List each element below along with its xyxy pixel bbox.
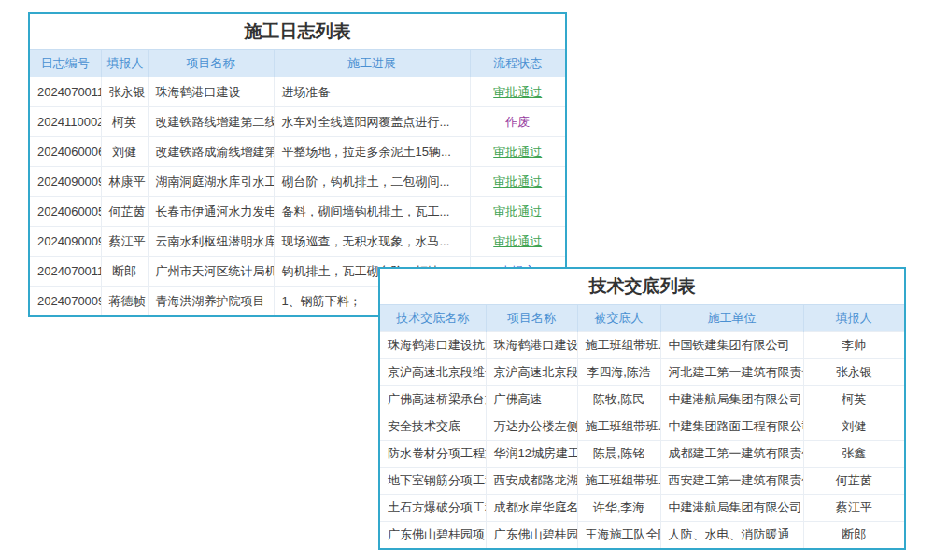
receiver-cell: 许华,李海: [577, 495, 660, 522]
reporter-cell[interactable]: 张永银: [803, 359, 904, 386]
unit-cell: 中建集团路面工程有限公司: [660, 413, 803, 441]
receiver-cell: 陈晨,陈铭: [577, 441, 660, 468]
column-header-disclosure-name: 技术交底名称: [380, 305, 486, 332]
reporter-cell[interactable]: 蒋德帧: [101, 287, 148, 316]
construction-log-title: 施工日志列表: [30, 14, 565, 49]
progress-cell: 现场巡查，无积水现象，水马...: [274, 227, 470, 257]
progress-cell: 砌台阶，钩机排土，二包砌间...: [274, 167, 470, 197]
unit-cell: 西安建工第一建筑有限责任公司: [660, 468, 803, 495]
table-row: 广东佛山碧桂园项目... 广东佛山碧桂园项目 王海施工队全队 人防、水电、消防暖…: [380, 522, 904, 549]
table-row: 广佛高速桥梁承台施... 广佛高速 陈牧,陈民 中建港航局集团有限公司 柯英: [380, 386, 904, 413]
tech-disclosure-title: 技术交底列表: [380, 269, 904, 304]
tech-disclosure-table: 技术交底名称 项目名称 被交底人 施工单位 填报人 珠海鹤港口建设抗浮... 珠…: [380, 304, 904, 548]
unit-cell: 中建港航局集团有限公司: [660, 386, 803, 413]
disclosure-name-cell[interactable]: 珠海鹤港口建设抗浮...: [380, 332, 486, 359]
column-header-reporter: 填报人: [803, 305, 904, 332]
reporter-cell[interactable]: 柯英: [803, 386, 904, 413]
project-cell[interactable]: 广东佛山碧桂园项目: [486, 522, 577, 549]
log-id-cell[interactable]: 2024090009: [30, 167, 101, 197]
status-cell: 审批通过: [470, 137, 565, 167]
column-header-status: 流程状态: [470, 50, 565, 77]
project-cell[interactable]: 西安成都路龙湖上...: [486, 468, 577, 495]
table-row: 2024060006 刘健 改建铁路成渝线增建第二... 平整场地，拉走多余泥土…: [30, 137, 565, 167]
reporter-cell[interactable]: 李帅: [803, 332, 904, 359]
receiver-cell: 王海施工队全队: [577, 522, 660, 549]
disclosure-name-cell[interactable]: 地下室钢筋分项工程...: [380, 468, 486, 495]
reporter-cell[interactable]: 何芷茵: [803, 468, 904, 495]
status-badge: 作废: [505, 115, 530, 129]
reporter-cell[interactable]: 张永银: [101, 77, 148, 107]
project-cell[interactable]: 珠海鹤港口建设: [148, 77, 274, 107]
table-row: 地下室钢筋分项工程... 西安成都路龙湖上... 施工班组带班... 西安建工第…: [380, 468, 904, 495]
project-cell[interactable]: 广州市天河区统计局机房...: [148, 257, 274, 287]
reporter-cell[interactable]: 林康平: [101, 167, 148, 197]
table-row: 京沪高速北京段维修... 京沪高速北京段维修 李四海,陈浩 河北建工第一建筑有限…: [380, 359, 904, 386]
status-badge[interactable]: 审批通过: [493, 145, 542, 159]
table-row: 2024090009 蔡江平 云南水利枢纽潜明水库一... 现场巡查，无积水现象…: [30, 227, 565, 257]
project-cell[interactable]: 珠海鹤港口建设: [486, 332, 577, 359]
project-cell[interactable]: 湖南洞庭湖水库引水工程...: [148, 167, 274, 197]
status-cell: 作废: [470, 107, 565, 137]
unit-cell: 人防、水电、消防暖通: [660, 522, 803, 549]
status-badge[interactable]: 审批通过: [493, 204, 542, 218]
table-header-row: 日志编号 填报人 项目名称 施工进展 流程状态: [30, 50, 565, 77]
status-cell: 审批通过: [470, 227, 565, 257]
disclosure-name-cell[interactable]: 广佛高速桥梁承台施...: [380, 386, 486, 413]
log-id-cell[interactable]: 2024060006: [30, 137, 101, 167]
table-row: 2024110002 柯英 改建铁路线增建第二线直... 水车对全线遮阳网覆盖点…: [30, 107, 565, 137]
column-header-reporter: 填报人: [101, 50, 148, 77]
project-cell[interactable]: 改建铁路成渝线增建第二...: [148, 137, 274, 167]
log-id-cell[interactable]: 2024090009: [30, 227, 101, 257]
log-id-cell[interactable]: 2024070011: [30, 77, 101, 107]
receiver-cell: 陈牧,陈民: [577, 386, 660, 413]
receiver-cell: 施工班组带班...: [577, 468, 660, 495]
log-id-cell[interactable]: 2024110002: [30, 107, 101, 137]
disclosure-name-cell[interactable]: 京沪高速北京段维修...: [380, 359, 486, 386]
disclosure-name-cell[interactable]: 土石方爆破分项工程...: [380, 495, 486, 522]
reporter-cell[interactable]: 刘健: [803, 413, 904, 441]
project-cell[interactable]: 华润12城房建工...: [486, 441, 577, 468]
project-cell[interactable]: 云南水利枢纽潜明水库一...: [148, 227, 274, 257]
status-badge[interactable]: 审批通过: [493, 85, 542, 99]
status-badge[interactable]: 审批通过: [493, 234, 542, 248]
log-id-cell[interactable]: 2024060005: [30, 197, 101, 227]
log-id-cell[interactable]: 2024070009: [30, 287, 101, 316]
disclosure-name-cell[interactable]: 防水卷材分项工程施...: [380, 441, 486, 468]
status-cell: 审批通过: [470, 197, 565, 227]
status-badge[interactable]: 审批通过: [493, 175, 542, 189]
reporter-cell[interactable]: 张鑫: [803, 441, 904, 468]
reporter-cell[interactable]: 柯英: [101, 107, 148, 137]
table-header-row: 技术交底名称 项目名称 被交底人 施工单位 填报人: [380, 305, 904, 332]
column-header-project: 项目名称: [148, 50, 274, 77]
reporter-cell[interactable]: 刘健: [101, 137, 148, 167]
reporter-cell[interactable]: 蔡江平: [101, 227, 148, 257]
table-row: 珠海鹤港口建设抗浮... 珠海鹤港口建设 施工班组带班... 中国铁建集团有限公…: [380, 332, 904, 359]
status-cell: 审批通过: [470, 77, 565, 107]
table-row: 2024070011 张永银 珠海鹤港口建设 进场准备 审批通过: [30, 77, 565, 107]
column-header-unit: 施工单位: [660, 305, 803, 332]
receiver-cell: 李四海,陈浩: [577, 359, 660, 386]
column-header-receiver: 被交底人: [577, 305, 660, 332]
project-cell[interactable]: 京沪高速北京段维修: [486, 359, 577, 386]
project-cell[interactable]: 改建铁路线增建第二线直...: [148, 107, 274, 137]
status-cell: 审批通过: [470, 167, 565, 197]
unit-cell: 成都建工第一建筑有限责任公司: [660, 441, 803, 468]
table-row: 2024060005 何芷茵 长春市伊通河水力发电厂... 备料，砌间墙钩机排土…: [30, 197, 565, 227]
project-cell[interactable]: 广佛高速: [486, 386, 577, 413]
column-header-progress: 施工进展: [274, 50, 470, 77]
table-row: 土石方爆破分项工程... 成都水岸华庭名苑... 许华,李海 中建港航局集团有限…: [380, 495, 904, 522]
reporter-cell[interactable]: 何芷茵: [101, 197, 148, 227]
disclosure-name-cell[interactable]: 广东佛山碧桂园项目...: [380, 522, 486, 549]
project-cell[interactable]: 成都水岸华庭名苑...: [486, 495, 577, 522]
reporter-cell[interactable]: 蔡江平: [803, 495, 904, 522]
log-id-cell[interactable]: 2024070011: [30, 257, 101, 287]
project-cell[interactable]: 青海洪湖养护院项目: [148, 287, 274, 316]
column-header-log-id: 日志编号: [30, 50, 101, 77]
table-row: 防水卷材分项工程施... 华润12城房建工... 陈晨,陈铭 成都建工第一建筑有…: [380, 441, 904, 468]
reporter-cell[interactable]: 断郎: [803, 522, 904, 549]
project-cell[interactable]: 万达办公楼左侧A...: [486, 413, 577, 441]
receiver-cell: 施工班组带班...: [577, 332, 660, 359]
disclosure-name-cell[interactable]: 安全技术交底: [380, 413, 486, 441]
reporter-cell[interactable]: 断郎: [101, 257, 148, 287]
project-cell[interactable]: 长春市伊通河水力发电厂...: [148, 197, 274, 227]
